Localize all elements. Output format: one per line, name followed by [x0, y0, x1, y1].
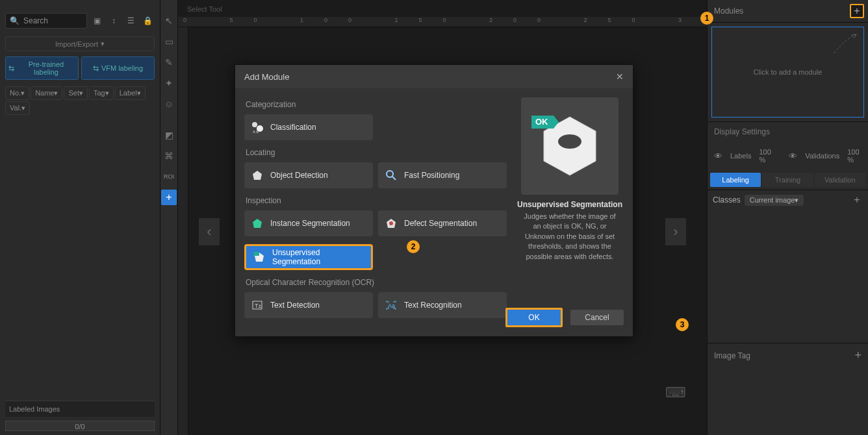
- search-placeholder: Search: [23, 16, 48, 25]
- keyboard-icon[interactable]: ⌨: [665, 384, 686, 401]
- search-icon: 🔍: [10, 16, 19, 25]
- current-image-select[interactable]: Current image▾: [745, 195, 804, 206]
- preview-description: Judges whether the image of an object is…: [516, 212, 624, 262]
- classification-icon: A B: [251, 121, 264, 134]
- ok-button[interactable]: OK: [505, 308, 563, 327]
- search-input[interactable]: 🔍 Search: [5, 13, 87, 29]
- card-classification[interactable]: A B Classification: [244, 114, 373, 140]
- module-list: Categorization A B Classification Locati…: [244, 97, 507, 326]
- modules-drop-zone[interactable]: Click to add a module: [711, 27, 864, 118]
- callout-badge-2: 2: [407, 240, 420, 253]
- svg-text:A B: A B: [253, 130, 259, 134]
- vertical-toolbar: ↖ ▭ ✎ ✦ ☺ ◩ ⌘ ROI +: [160, 0, 178, 435]
- polygon-tool-icon[interactable]: ✎: [161, 55, 177, 70]
- fast-positioning-icon: [385, 169, 398, 182]
- filter-no[interactable]: No.▾: [5, 86, 29, 100]
- add-module-button[interactable]: +: [850, 4, 864, 18]
- card-object-detection[interactable]: Object Detection: [244, 162, 373, 188]
- filter-label[interactable]: Label▾: [115, 86, 146, 100]
- display-settings-header: Display Settings: [708, 121, 868, 142]
- svg-text:OK: OK: [535, 117, 548, 127]
- svg-text:Aa: Aa: [388, 303, 395, 309]
- pretrained-labeling-button[interactable]: ⇆Pre-trained labeling: [5, 56, 79, 80]
- collapse-icon[interactable]: ▣: [90, 14, 104, 28]
- sort-icon[interactable]: ↕: [107, 14, 121, 28]
- add-image-tag-button[interactable]: +: [854, 349, 862, 362]
- preview-image: OK: [521, 97, 619, 195]
- prev-image-button[interactable]: ‹: [199, 218, 220, 245]
- drop-arrow-icon: [827, 31, 860, 64]
- filter-val[interactable]: Val.▾: [5, 101, 30, 115]
- person-tool-icon[interactable]: ☺: [161, 96, 177, 112]
- filter-set[interactable]: Set▾: [64, 86, 88, 100]
- ruler-vertical: [178, 27, 188, 435]
- card-defect-segmentation[interactable]: Defect Segmentation: [378, 210, 507, 236]
- lock-icon[interactable]: 🔒: [140, 14, 155, 28]
- defect-seg-icon: [385, 217, 398, 230]
- display-settings-row: 👁 Labels 100 % 👁 Validations 100 %: [708, 142, 868, 170]
- svg-point-4: [387, 171, 393, 177]
- svg-point-8: [389, 221, 393, 225]
- cancel-button[interactable]: Cancel: [570, 310, 624, 325]
- preview-title: Unsupervised Segmentation: [516, 200, 624, 209]
- section-inspection: Inspection: [246, 196, 507, 205]
- add-module-dialog: Add Module ✕ Categorization A B Classifi…: [235, 64, 633, 337]
- list-icon[interactable]: ☰: [123, 14, 138, 28]
- labeling-row: ⇆Pre-trained labeling ⇆VFM labeling: [0, 54, 160, 82]
- section-locating: Locating: [246, 148, 507, 157]
- callout-badge-1: 1: [700, 12, 713, 25]
- right-tabs: Labeling Training Validation: [708, 170, 868, 190]
- unsup-seg-icon: [253, 251, 266, 264]
- tab-labeling[interactable]: Labeling: [710, 173, 761, 187]
- link-tool-icon[interactable]: ⌘: [161, 148, 177, 164]
- add-tool-icon[interactable]: +: [161, 190, 177, 205]
- filter-name[interactable]: Name▾: [31, 86, 62, 100]
- card-text-detection[interactable]: T± Text Detection: [244, 292, 373, 318]
- svg-marker-6: [253, 219, 262, 228]
- text-recognition-icon: Aa: [385, 299, 398, 312]
- svg-marker-3: [253, 171, 262, 180]
- eye-icon[interactable]: 👁: [714, 151, 722, 161]
- svg-line-5: [392, 177, 396, 180]
- filter-tag[interactable]: Tag▾: [89, 86, 114, 100]
- progress-bar: 0/0: [5, 421, 155, 431]
- mask-tool-icon[interactable]: ◩: [161, 127, 177, 143]
- import-export-button[interactable]: Import/Export ▾: [5, 36, 155, 51]
- svg-rect-10: [253, 252, 259, 256]
- magic-tool-icon[interactable]: ✦: [161, 75, 177, 91]
- instance-seg-icon: [251, 217, 264, 230]
- labeled-images-tab[interactable]: Labeled Images: [5, 401, 155, 417]
- add-class-button[interactable]: +: [851, 194, 863, 206]
- left-panel: 🔍 Search ▣ ↕ ☰ 🔒 Import/Export ▾ ⇆Pre-tr…: [0, 0, 160, 435]
- dialog-title-bar: Add Module ✕: [235, 65, 633, 88]
- section-ocr: Optical Character Recognition (OCR): [246, 278, 507, 287]
- svg-point-0: [252, 122, 257, 127]
- classes-row: Classes Current image▾ +: [708, 190, 868, 210]
- close-icon[interactable]: ✕: [616, 71, 624, 82]
- object-detection-icon: [251, 169, 264, 182]
- tool-label: Select Tool: [178, 5, 707, 16]
- svg-point-15: [558, 134, 581, 149]
- dialog-title: Add Module: [244, 72, 289, 82]
- card-instance-segmentation[interactable]: Instance Segmentation: [244, 210, 373, 236]
- eye-icon[interactable]: 👁: [789, 151, 797, 161]
- modules-header: Modules +: [708, 0, 868, 23]
- tab-training[interactable]: Training: [762, 173, 813, 187]
- card-unsupervised-segmentation[interactable]: Unsupervised Segmentation: [244, 244, 373, 270]
- rect-tool-icon[interactable]: ▭: [161, 34, 177, 49]
- tab-validation[interactable]: Validation: [815, 173, 865, 187]
- roi-tool-icon[interactable]: ROI: [161, 169, 177, 184]
- svg-text:T±: T±: [255, 303, 261, 309]
- text-detection-icon: T±: [251, 299, 264, 312]
- chevron-down-icon: ▾: [101, 40, 105, 48]
- cursor-tool-icon[interactable]: ↖: [161, 13, 177, 29]
- card-fast-positioning[interactable]: Fast Positioning: [378, 162, 507, 188]
- next-image-button[interactable]: ›: [665, 218, 686, 245]
- image-tag-section: Image Tag +: [708, 343, 868, 367]
- vfm-labeling-button[interactable]: ⇆VFM labeling: [81, 56, 155, 80]
- card-text-recognition[interactable]: Aa Text Recognition: [378, 292, 507, 318]
- right-panel: Modules + Click to add a module Display …: [707, 0, 868, 435]
- filter-row: No.▾ Name▾ Set▾ Tag▾ Label▾ Val.▾: [0, 82, 160, 119]
- module-preview: OK Unsupervised Segmentation Judges whet…: [516, 97, 624, 326]
- search-row: 🔍 Search ▣ ↕ ☰ 🔒: [0, 0, 160, 34]
